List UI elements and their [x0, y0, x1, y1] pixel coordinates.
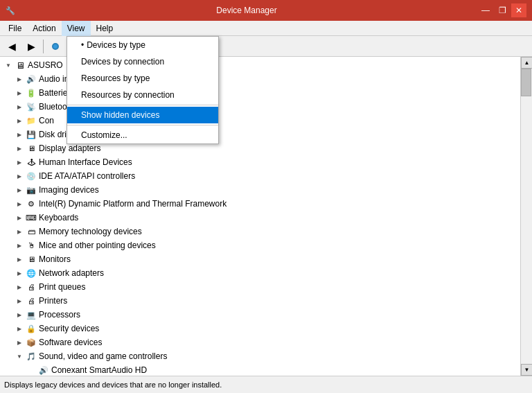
tree-item-printq[interactable]: ▶Print queues [0, 280, 520, 294]
label-mice: Mice and other pointing devices [39, 241, 156, 250]
label-intel: Intel(R) Dynamic Platform and Thermal Fr… [39, 199, 227, 209]
expander-sound[interactable]: ▼ [14, 351, 25, 362]
menu-action[interactable]: Action [27, 21, 61, 36]
toolbar-forward-button[interactable]: ▶ [22, 38, 40, 55]
icon-software [25, 337, 37, 348]
icon-memory [25, 226, 37, 237]
expander-memory[interactable]: ▶ [14, 226, 25, 237]
scroll-thumb[interactable] [521, 69, 531, 96]
icon-disk [25, 129, 37, 140]
label-keyboards: Keyboards [39, 213, 78, 222]
tree-item-processors[interactable]: ▶Processors [0, 308, 520, 322]
expander-network[interactable]: ▶ [14, 268, 25, 279]
expander-imaging[interactable]: ▶ [14, 184, 25, 195]
expander-disk[interactable]: ▶ [14, 129, 25, 140]
dropdown-item-devices-by-connection[interactable]: Devices by connection [67, 53, 218, 70]
icon-sound [25, 351, 37, 362]
title-bar-controls: — ❐ ✕ [478, 3, 526, 17]
view-dropdown-menu[interactable]: •Devices by typeDevices by connectionRes… [66, 36, 219, 144]
menu-view[interactable]: View [62, 21, 91, 36]
tree-item-memory[interactable]: ▶Memory technology devices [0, 225, 520, 238]
icon-printq [25, 281, 37, 292]
icon-asusro [14, 60, 26, 71]
icon-display [25, 143, 37, 154]
expander-bluetooth[interactable]: ▶ [14, 101, 25, 112]
tree-item-monitors[interactable]: ▶Monitors [0, 252, 520, 266]
tree-item-software[interactable]: ▶Software devices [0, 335, 520, 349]
scroll-up-button[interactable]: ▲ [521, 57, 532, 69]
expander-monitors[interactable]: ▶ [14, 254, 25, 265]
label-display: Display adapters [39, 143, 100, 153]
icon-intel [25, 198, 37, 209]
tree-item-mice[interactable]: ▶Mice and other pointing devices [0, 238, 520, 252]
expander-security[interactable]: ▶ [14, 323, 25, 334]
dropdown-item-customize[interactable]: Customize... [67, 127, 218, 143]
tree-item-ide[interactable]: ▶IDE ATA/ATAPI controllers [0, 169, 520, 183]
label-monitors: Monitors [39, 254, 71, 264]
label-security: Security devices [39, 324, 99, 333]
tree-item-network[interactable]: ▶Network adapters [0, 266, 520, 280]
icon-printers [25, 295, 37, 306]
label-software: Software devices [39, 338, 102, 347]
expander-audio[interactable]: ▶ [14, 73, 25, 85]
tree-item-conexant[interactable]: Conexant SmartAudio HD [0, 363, 520, 376]
menu-help[interactable]: Help [91, 21, 119, 36]
scrollbar[interactable]: ▲ ▼ [520, 57, 532, 376]
title-bar-app-name: 🔧 [6, 6, 15, 15]
tree-item-printers[interactable]: ▶Printers [0, 294, 520, 308]
expander-printq[interactable]: ▶ [14, 281, 25, 292]
minimize-button[interactable]: — [478, 3, 493, 17]
status-bar: Displays legacy devices and devices that… [0, 376, 532, 393]
tree-item-security[interactable]: ▶Security devices [0, 322, 520, 335]
dropdown-item-resources-by-type[interactable]: Resources by type [67, 70, 218, 87]
expander-human[interactable]: ▶ [14, 157, 25, 168]
expander-display[interactable]: ▶ [14, 143, 25, 154]
icon-audio [25, 73, 37, 85]
label-com: Con [39, 116, 54, 125]
properties-icon [52, 43, 59, 50]
dropdown-item-devices-by-type[interactable]: •Devices by type [67, 37, 218, 53]
expander-keyboards[interactable]: ▶ [14, 212, 25, 223]
expander-printers[interactable]: ▶ [14, 295, 25, 306]
label-human: Human Interface Devices [39, 157, 132, 167]
expander-asusro[interactable]: ▼ [3, 60, 14, 71]
icon-bluetooth [25, 101, 37, 112]
title-bar-title: Device Manager [15, 6, 478, 15]
tree-item-human[interactable]: ▶Human Interface Devices [0, 155, 520, 169]
expander-intel[interactable]: ▶ [14, 198, 25, 209]
expander-conexant[interactable] [26, 365, 37, 376]
dropdown-item-show-hidden-devices[interactable]: Show hidden devices [67, 107, 218, 123]
expander-com[interactable]: ▶ [14, 115, 25, 126]
tree-item-imaging[interactable]: ▶Imaging devices [0, 183, 520, 197]
close-button[interactable]: ✕ [511, 3, 526, 17]
toolbar-properties-button[interactable] [46, 38, 64, 55]
icon-batteries [25, 87, 37, 98]
tree-item-intel[interactable]: ▶Intel(R) Dynamic Platform and Thermal F… [0, 197, 520, 211]
label-network: Network adapters [39, 268, 104, 278]
label-imaging: Imaging devices [39, 185, 99, 195]
dropdown-separator [67, 125, 218, 125]
icon-network [25, 268, 37, 279]
tree-item-sound[interactable]: ▼Sound, video and game controllers [0, 349, 520, 363]
icon-com [25, 115, 37, 126]
dropdown-item-resources-by-connection[interactable]: Resources by connection [67, 87, 218, 103]
restore-button[interactable]: ❐ [495, 3, 510, 17]
label-conexant: Conexant SmartAudio HD [51, 365, 147, 375]
expander-ide[interactable]: ▶ [14, 171, 25, 182]
status-text: Displays legacy devices and devices that… [4, 381, 222, 389]
scroll-track[interactable] [521, 69, 532, 364]
icon-security [25, 323, 37, 334]
expander-software[interactable]: ▶ [14, 337, 25, 348]
title-bar: 🔧 Device Manager — ❐ ✕ [0, 0, 532, 21]
icon-imaging [25, 184, 37, 195]
toolbar-back-button[interactable]: ◀ [3, 38, 21, 55]
tree-item-keyboards[interactable]: ▶Keyboards [0, 211, 520, 225]
expander-batteries[interactable]: ▶ [14, 87, 25, 98]
menu-file[interactable]: File [3, 21, 27, 36]
icon-monitors [25, 254, 37, 265]
expander-processors[interactable]: ▶ [14, 309, 25, 320]
dropdown-separator [67, 105, 218, 105]
expander-mice[interactable]: ▶ [14, 240, 25, 251]
label-sound: Sound, video and game controllers [39, 351, 167, 361]
scroll-down-button[interactable]: ▼ [521, 364, 532, 376]
